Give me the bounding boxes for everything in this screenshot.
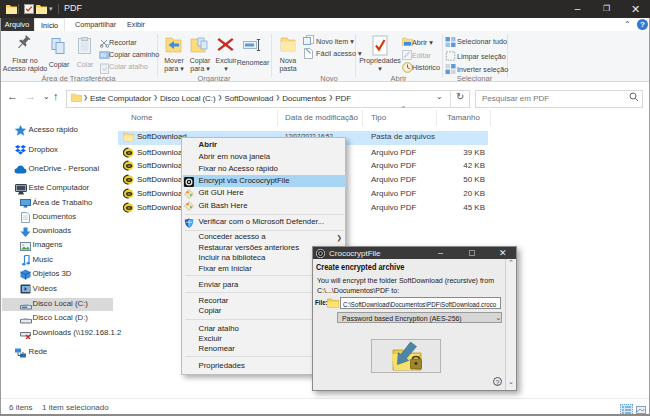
svg-text:W: W [100,52,106,58]
